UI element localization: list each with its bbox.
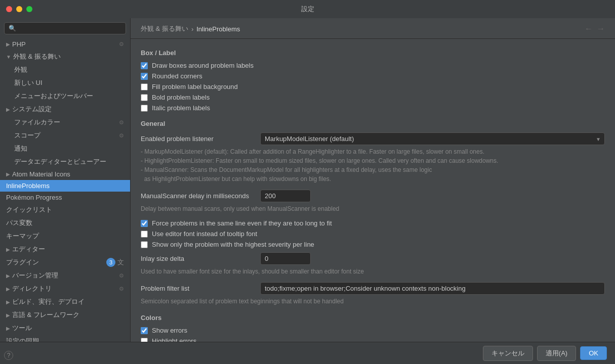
sidebar-item-label: バージョン管理 xyxy=(12,271,58,280)
sidebar-item-path-variables[interactable]: パス変数 xyxy=(0,216,130,230)
sidebar-item-label: スコープ xyxy=(14,131,40,140)
gear-icon: ⚙ xyxy=(119,119,124,126)
listener-select-wrapper: MarkupModelListener (default) HighlightP… xyxy=(260,132,605,145)
problem-filter-control xyxy=(260,282,605,295)
general-section: General Enabled problem listener MarkupM… xyxy=(141,120,605,306)
breadcrumb-parent: 外観 & 振る舞い xyxy=(141,24,188,33)
show-highest-severity-label: Show only the problem with the highest s… xyxy=(152,241,314,248)
search-box[interactable]: 🔍 xyxy=(4,22,126,34)
sidebar-item-languages[interactable]: ▶ 言語 & フレームワーク xyxy=(0,308,130,322)
chevron-right-icon: ▶ xyxy=(6,247,10,252)
chevron-right-icon: ▶ xyxy=(6,312,10,318)
colors-section-title: Colors xyxy=(141,314,605,322)
use-editor-font-checkbox[interactable] xyxy=(141,231,148,238)
sidebar-item-new-ui[interactable]: 新しい UI xyxy=(0,76,130,89)
draw-boxes-label: Draw boxes around problem labels xyxy=(152,62,254,69)
sidebar-item-label: Atom Material Icons xyxy=(12,170,70,178)
sidebar-item-plugins[interactable]: プラグイン 3 文 xyxy=(0,256,130,269)
chevron-right-icon: ▶ xyxy=(6,171,10,177)
sidebar-item-appearance-sub[interactable]: 外観 xyxy=(0,63,130,76)
sidebar-item-editor[interactable]: ▶ エディター xyxy=(0,243,130,256)
checkbox-show-errors: Show errors xyxy=(141,327,605,334)
search-icon: 🔍 xyxy=(9,25,16,32)
sidebar-item-appearance[interactable]: ▼ 外観 & 振る舞い xyxy=(0,50,130,63)
scanner-delay-input[interactable] xyxy=(260,190,311,202)
sidebar-item-label: パス変数 xyxy=(6,218,32,228)
chevron-right-icon: ▶ xyxy=(6,299,10,305)
traffic-lights xyxy=(6,6,32,12)
listener-select[interactable]: MarkupModelListener (default) HighlightP… xyxy=(260,132,605,145)
sidebar-item-tools[interactable]: ▶ ツール xyxy=(0,322,130,335)
sidebar-item-build-run[interactable]: ▶ ビルド、実行、デプロイ xyxy=(0,295,130,308)
listener-row: Enabled problem listener MarkupModelList… xyxy=(141,132,605,145)
inlay-size-row: Inlay size delta xyxy=(141,252,605,265)
fill-background-checkbox[interactable] xyxy=(141,83,148,90)
plugin-badge: 3 xyxy=(106,258,115,267)
bold-labels-checkbox[interactable] xyxy=(141,94,148,101)
breadcrumb: 外観 & 振る舞い › InlineProblems xyxy=(141,24,240,33)
sidebar-item-php[interactable]: ▶ PHP ⚙ xyxy=(0,38,130,50)
ok-button[interactable]: OK xyxy=(580,346,607,360)
nav-forward-button[interactable]: → xyxy=(597,24,605,33)
problem-filter-input[interactable] xyxy=(260,282,605,295)
draw-boxes-checkbox[interactable] xyxy=(141,62,148,69)
chevron-right-icon: ▶ xyxy=(6,41,10,47)
rounded-corners-checkbox[interactable] xyxy=(141,73,148,80)
checkbox-rounded-corners: Rounded corners xyxy=(141,72,605,80)
checkbox-draw-boxes: Draw boxes around problem labels xyxy=(141,62,605,69)
sidebar-item-keymap[interactable]: キーマップ xyxy=(0,230,130,243)
highlight-errors-checkbox[interactable] xyxy=(141,338,148,342)
bold-labels-label: Bold problem labels xyxy=(152,94,210,101)
sidebar-item-label: エディター xyxy=(12,245,45,254)
show-highest-severity-checkbox[interactable] xyxy=(141,241,148,248)
sidebar-item-scope[interactable]: スコープ ⚙ xyxy=(0,129,130,142)
problem-filter-description: Semicolon separated list of problem text… xyxy=(141,297,605,306)
fill-background-label: Fill problem label background xyxy=(152,83,238,90)
gear-icon: ⚙ xyxy=(119,41,124,48)
sidebar-item-atom-icons[interactable]: ▶ Atom Material Icons xyxy=(0,168,130,180)
force-same-line-checkbox[interactable] xyxy=(141,220,148,227)
apply-button[interactable]: 適用(A) xyxy=(537,346,576,361)
sidebar-item-label: ファイルカラー xyxy=(14,118,60,127)
sidebar-item-directory[interactable]: ▶ ディレクトリ ⚙ xyxy=(0,282,130,295)
gear-icon: ⚙ xyxy=(119,132,124,139)
title-bar: 設定 xyxy=(0,0,615,18)
sidebar-item-label: 新しい UI xyxy=(14,78,43,87)
sidebar-item-inline-problems[interactable]: InlineProblems xyxy=(0,180,130,192)
help-button[interactable]: ? xyxy=(4,351,13,360)
window-title: 設定 xyxy=(301,5,314,14)
sidebar-item-label: 設定の同期 xyxy=(6,337,39,342)
sidebar-item-label: プラグイン xyxy=(6,258,39,267)
sidebar-item-notification[interactable]: 通知 xyxy=(0,142,130,155)
chevron-down-icon: ▼ xyxy=(6,54,11,60)
translate-icon: 文 xyxy=(117,258,124,267)
minimize-button[interactable] xyxy=(16,6,22,12)
sidebar-item-settings-sync[interactable]: 設定の同期 xyxy=(0,335,130,342)
content-body: Box / Label Draw boxes around problem la… xyxy=(131,39,615,342)
sidebar-item-label: 外観 xyxy=(14,65,27,74)
checkbox-bold-labels: Bold problem labels xyxy=(141,94,605,101)
search-input[interactable] xyxy=(19,25,121,32)
sidebar-item-data-editor[interactable]: データエディターとビューアー xyxy=(0,155,130,168)
sidebar-item-version-control[interactable]: ▶ バージョン管理 ⚙ xyxy=(0,269,130,282)
scanner-delay-control xyxy=(260,190,605,202)
sidebar-item-file-color[interactable]: ファイルカラー ⚙ xyxy=(0,116,130,129)
gear-icon: ⚙ xyxy=(119,286,124,292)
sidebar-item-label: 通知 xyxy=(14,144,27,153)
chevron-right-icon: ▶ xyxy=(6,326,10,331)
listener-description: - MarkupModelListener (default): Called … xyxy=(141,147,605,184)
checkbox-fill-background: Fill problem label background xyxy=(141,83,605,90)
close-button[interactable] xyxy=(6,6,12,12)
show-errors-label: Show errors xyxy=(152,327,187,334)
inlay-size-input[interactable] xyxy=(260,252,311,265)
nav-back-button[interactable]: ← xyxy=(585,24,593,33)
maximize-button[interactable] xyxy=(26,6,32,12)
show-errors-checkbox[interactable] xyxy=(141,327,148,334)
sidebar-item-system-settings[interactable]: ▶ システム設定 xyxy=(0,103,130,116)
sidebar-item-quick-list[interactable]: クイックリスト xyxy=(0,203,130,216)
breadcrumb-separator: › xyxy=(191,25,193,33)
sidebar-item-pokemon[interactable]: Pokémon Progress xyxy=(0,192,130,203)
sidebar-item-menu-toolbar[interactable]: メニューおよびツールバー xyxy=(0,89,130,103)
cancel-button[interactable]: キャンセル xyxy=(483,346,533,361)
italic-labels-checkbox[interactable] xyxy=(141,105,148,112)
